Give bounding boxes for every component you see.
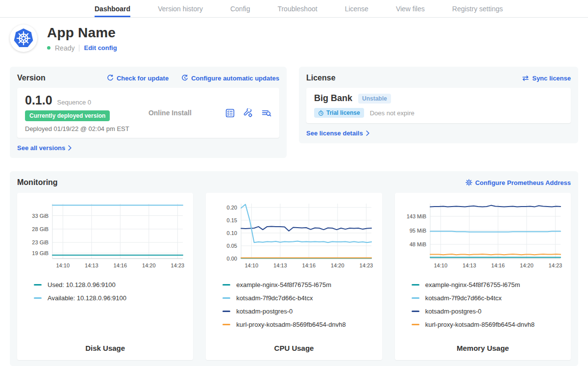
svg-text:14:10: 14:10: [245, 262, 259, 268]
legend-swatch: [34, 297, 42, 299]
cpu-usage-chart-card: 0.200.150.100.050.0014:1014:1314:1614:20…: [206, 193, 382, 360]
svg-text:14:23: 14:23: [360, 262, 373, 268]
memory-usage-chart-card: 143 MiB95 MiB48 MiB14:1014:1314:1614:201…: [395, 193, 571, 360]
view-config-button[interactable]: [244, 108, 253, 118]
svg-text:0.20: 0.20: [227, 205, 237, 210]
tab-troubleshoot[interactable]: Troubleshoot: [277, 0, 317, 17]
memory-usage-chart: 143 MiB95 MiB48 MiB14:1014:1314:1614:201…: [402, 199, 564, 275]
license-expiry: Does not expire: [370, 109, 415, 117]
legend-swatch: [222, 324, 230, 325]
configure-automatic-updates-button[interactable]: Configure automatic updates: [181, 75, 279, 82]
configure-prometheus-button[interactable]: Configure Prometheus Address: [466, 179, 571, 186]
status-dot: [47, 46, 50, 50]
tab-version-history[interactable]: Version history: [158, 0, 203, 17]
svg-text:14:20: 14:20: [142, 262, 156, 268]
svg-text:48 MiB: 48 MiB: [409, 241, 426, 247]
legend-item: kotsadm-postgres-0: [412, 308, 564, 315]
legend-item: example-nginx-54f8f76755-l675m: [222, 281, 375, 288]
chart-title: Memory Usage: [402, 344, 564, 354]
page-title: App Name: [47, 25, 117, 41]
svg-text:14:16: 14:16: [491, 262, 505, 268]
view-logs-button[interactable]: [262, 108, 271, 118]
update-schedule-icon: [181, 75, 188, 81]
svg-text:0.00: 0.00: [227, 256, 237, 261]
legend-item: kurl-proxy-kotsadm-8569fb6454-dnvh8: [412, 321, 564, 328]
app-header: App Name Ready Edit config: [10, 25, 578, 52]
series-line: [430, 206, 561, 207]
svg-text:14:10: 14:10: [56, 262, 70, 268]
check-for-update-button[interactable]: Check for update: [107, 75, 169, 82]
legend-swatch: [412, 324, 419, 325]
monitoring-section: Monitoring Configure Prometheus Address: [10, 171, 578, 366]
svg-text:14:23: 14:23: [171, 262, 185, 268]
app-logo: [10, 25, 37, 52]
refresh-icon: [107, 75, 114, 81]
disk-usage-legend: Used: 10.128.0.96:9100Available: 10.128.…: [24, 281, 186, 302]
legend-label: kotsadm-7f9dc7d66c-b4tcx: [236, 294, 313, 302]
legend-label: Available: 10.128.0.96:9100: [48, 294, 126, 302]
legend-item: Available: 10.128.0.96:9100: [34, 294, 186, 302]
disk-usage-chart-card: 33 GiB28 GiB23 GiB19 GiB14:1014:1314:161…: [17, 193, 193, 360]
legend-swatch: [34, 284, 42, 286]
tab-registry-settings[interactable]: Registry settings: [452, 0, 503, 17]
dashboard-page: App Name Ready Edit config Version: [0, 25, 588, 366]
edit-config-link[interactable]: Edit config: [84, 44, 117, 52]
version-card-title: Version: [17, 74, 46, 82]
install-type-label: Online Install: [148, 109, 192, 117]
see-all-versions-link[interactable]: See all versions: [17, 144, 72, 152]
version-card: Version Check for update: [10, 67, 287, 158]
chart-svg: 0.200.150.100.050.0014:1014:1314:1614:20…: [213, 199, 374, 273]
license-card-title: License: [306, 74, 336, 82]
tab-license[interactable]: License: [345, 0, 368, 17]
legend-swatch: [412, 284, 419, 286]
tab-view-files[interactable]: View files: [396, 0, 425, 17]
stopwatch-icon: [318, 110, 324, 116]
chevron-right-icon: [366, 131, 369, 136]
series-line: [430, 232, 561, 232]
chevron-right-icon: [68, 145, 72, 151]
svg-text:95 MiB: 95 MiB: [409, 228, 426, 234]
version-number: 0.1.0: [25, 93, 52, 107]
svg-text:23 GiB: 23 GiB: [32, 239, 49, 245]
svg-text:14:13: 14:13: [85, 262, 98, 268]
svg-text:14:13: 14:13: [463, 262, 476, 268]
legend-item: kotsadm-7f9dc7d66c-b4tcx: [222, 294, 375, 302]
gear-icon: [466, 179, 472, 186]
legend-item: kotsadm-7f9dc7d66c-b4tcx: [412, 294, 564, 302]
svg-text:33 GiB: 33 GiB: [32, 213, 49, 219]
legend-label: kotsadm-postgres-0: [236, 308, 293, 315]
svg-text:14:23: 14:23: [548, 262, 562, 268]
svg-text:14:16: 14:16: [302, 262, 316, 268]
kubernetes-icon: [13, 28, 34, 49]
svg-text:0.05: 0.05: [227, 243, 237, 249]
disk-usage-chart: 33 GiB28 GiB23 GiB19 GiB14:1014:1314:161…: [24, 199, 186, 275]
legend-label: kurl-proxy-kotsadm-8569fb6454-dnvh8: [236, 321, 345, 328]
svg-text:0.15: 0.15: [227, 217, 237, 223]
legend-swatch: [412, 311, 419, 312]
series-line: [241, 205, 371, 243]
logs-search-icon: [262, 108, 271, 118]
chart-svg: 33 GiB28 GiB23 GiB19 GiB14:1014:1314:161…: [24, 199, 186, 273]
legend-item: kurl-proxy-kotsadm-8569fb6454-dnvh8: [222, 321, 375, 328]
see-license-details-link[interactable]: See license details: [306, 130, 369, 137]
cpu-usage-chart: 0.200.150.100.050.0014:1014:1314:1614:20…: [213, 199, 375, 275]
svg-text:14:10: 14:10: [434, 262, 447, 268]
charts-row: 33 GiB28 GiB23 GiB19 GiB14:1014:1314:161…: [17, 193, 571, 360]
legend-item: Used: 10.128.0.96:9100: [34, 281, 186, 288]
svg-text:19 GiB: 19 GiB: [32, 250, 49, 256]
tab-config[interactable]: Config: [230, 0, 250, 17]
legend-label: example-nginx-54f8f76755-l675m: [236, 281, 331, 288]
legend-label: kotsadm-7f9dc7d66c-b4tcx: [425, 294, 502, 302]
legend-label: example-nginx-54f8f76755-l675m: [425, 281, 520, 288]
chart-title: Disk Usage: [24, 344, 186, 354]
svg-text:14:13: 14:13: [273, 262, 287, 268]
legend-item: kotsadm-postgres-0: [222, 308, 375, 315]
legend-label: kurl-proxy-kotsadm-8569fb6454-dnvh8: [425, 321, 535, 328]
channel-badge: Unstable: [358, 94, 391, 104]
sequence-label: Sequence 0: [57, 99, 91, 106]
chart-svg: 143 MiB95 MiB48 MiB14:1014:1314:1614:201…: [402, 199, 564, 273]
tab-dashboard[interactable]: Dashboard: [95, 0, 130, 17]
sync-license-button[interactable]: Sync license: [522, 75, 571, 82]
deployed-badge: Currently deployed version: [25, 110, 110, 121]
preflight-checks-button[interactable]: [225, 108, 235, 118]
